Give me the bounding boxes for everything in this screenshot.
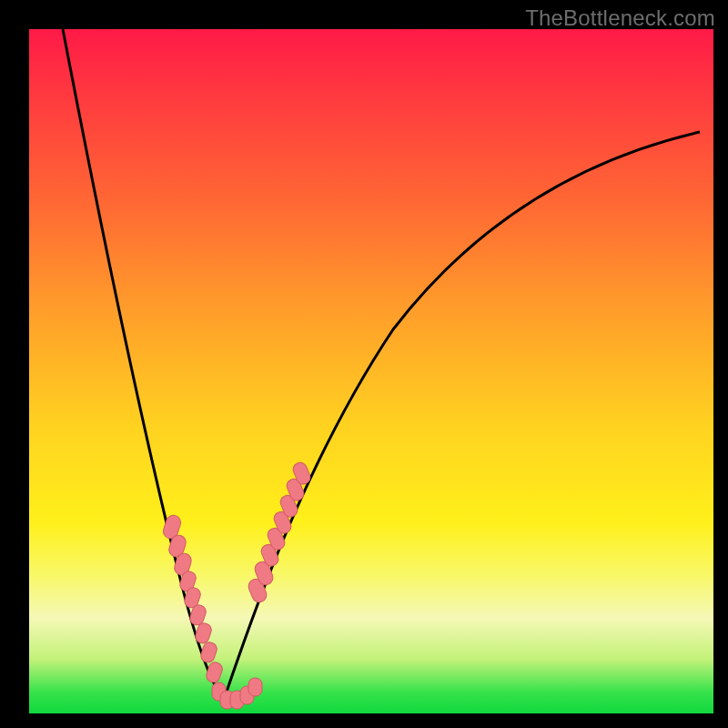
svg-rect-8 — [205, 661, 224, 684]
plot-area — [29, 29, 713, 713]
left-curve — [63, 29, 224, 700]
chart-svg — [29, 29, 713, 713]
svg-rect-7 — [199, 641, 218, 664]
bottom-markers — [212, 678, 262, 709]
chart-container: TheBottleneck.com — [0, 0, 728, 728]
right-markers — [247, 460, 312, 604]
svg-rect-13 — [248, 678, 262, 696]
watermark-text: TheBottleneck.com — [525, 5, 715, 31]
right-curve — [224, 132, 700, 700]
